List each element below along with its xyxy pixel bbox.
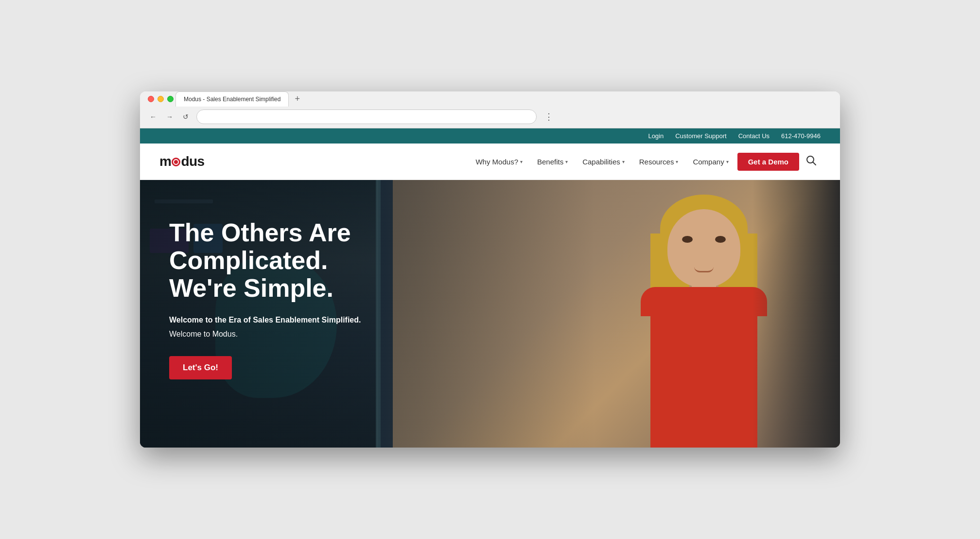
logo-circle [172,158,180,166]
forward-button[interactable]: → [164,111,175,123]
website-content: Login Customer Support Contact Us 612-47… [140,128,840,448]
search-icon[interactable] [802,153,821,170]
nav-links: Why Modus? ▾ Benefits ▾ Capabilities ▾ R… [470,153,821,171]
browser-tab[interactable]: Modus - Sales Enablement Simplified [175,91,289,107]
chevron-down-icon-benefits: ▾ [565,159,568,164]
minimize-button[interactable] [158,96,164,102]
new-tab-button[interactable]: + [291,92,304,106]
traffic-lights [148,96,174,102]
hero-section: The Others Are Complicated. We're Simple… [140,180,840,448]
customer-support-link[interactable]: Customer Support [675,132,727,140]
hero-tagline: Welcome to Modus. [169,330,412,339]
nav-item-why-modus[interactable]: Why Modus? ▾ [470,154,528,170]
nav-item-capabilities[interactable]: Capabilities ▾ [577,154,630,170]
browser-chrome: Modus - Sales Enablement Simplified + ← … [140,91,840,128]
maximize-button[interactable] [167,96,174,102]
reload-button[interactable]: ↺ [181,111,191,123]
phone-number[interactable]: 612-470-9946 [781,132,821,140]
nav-label-why-modus: Why Modus? [475,158,518,166]
chevron-down-icon-why-modus: ▾ [520,159,523,164]
browser-nav-bar: ← → ↺ ⋮ [140,107,840,128]
main-nav: m dus Why Modus? ▾ Benefits ▾ Capabiliti… [140,144,840,180]
back-button[interactable]: ← [148,111,158,123]
hero-content: The Others Are Complicated. We're Simple… [140,180,441,409]
logo-text-after: dus [181,154,204,169]
svg-line-1 [813,162,816,165]
nav-item-resources[interactable]: Resources ▾ [633,154,684,170]
chevron-down-icon-resources: ▾ [676,159,678,164]
nav-item-benefits[interactable]: Benefits ▾ [531,154,574,170]
hero-title: The Others Are Complicated. We're Simple… [169,219,412,303]
nav-label-company: Company [693,158,724,166]
nav-label-capabilities: Capabilities [582,158,620,166]
browser-menu-icon[interactable]: ⋮ [542,111,555,122]
nav-item-company[interactable]: Company ▾ [687,154,734,170]
logo-text-before: m [159,154,171,169]
hero-title-line1: The Others Are [169,218,351,247]
logo[interactable]: m dus [159,154,205,169]
logo-inner-dot [174,160,178,164]
chevron-down-icon-capabilities: ▾ [622,159,625,164]
nav-label-resources: Resources [639,158,674,166]
contact-us-link[interactable]: Contact Us [738,132,770,140]
top-bar: Login Customer Support Contact Us 612-47… [140,128,840,144]
login-link[interactable]: Login [648,132,664,140]
hero-title-line2: Complicated. [169,246,328,274]
close-button[interactable] [148,96,154,102]
nav-label-benefits: Benefits [537,158,563,166]
tab-bar: Modus - Sales Enablement Simplified + [140,91,840,107]
get-demo-button[interactable]: Get a Demo [737,153,799,171]
browser-window: Modus - Sales Enablement Simplified + ← … [140,91,840,448]
url-bar[interactable] [196,109,537,124]
tab-title: Modus - Sales Enablement Simplified [184,96,280,103]
hero-title-line3: We're Simple. [169,274,333,302]
hero-cta-button[interactable]: Let's Go! [169,356,232,379]
chevron-down-icon-company: ▾ [726,159,729,164]
hero-subtitle: Welcome to the Era of Sales Enablement S… [169,314,412,326]
